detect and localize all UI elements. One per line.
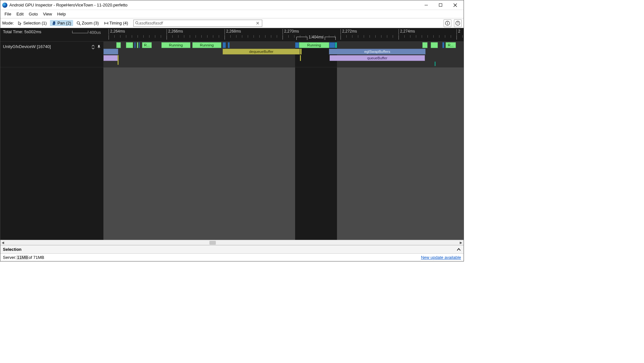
scale-indicator: 400us: [72, 30, 101, 35]
tick-label: 2,266ms: [167, 29, 183, 35]
slice-sleep[interactable]: [295, 42, 299, 48]
major-tick: [225, 35, 225, 40]
toolbar: Mode: Selection (1) Pan (2) Zoom (3) Tim…: [0, 18, 464, 28]
search-icon: [135, 21, 139, 25]
expand-panel-icon[interactable]: [457, 247, 461, 252]
major-tick: [399, 35, 399, 40]
slice-eglswapbuffers[interactable]: eglSwapBuffers: [329, 49, 426, 54]
slice-runnable[interactable]: [335, 42, 337, 48]
slice[interactable]: [103, 55, 118, 61]
minor-tick: [312, 35, 312, 38]
titlebar: Android GPU Inspector - RopeHeroViceTown…: [0, 0, 464, 10]
slice-running[interactable]: R...: [142, 42, 152, 48]
menu-view[interactable]: View: [41, 11, 54, 17]
slice[interactable]: [300, 49, 302, 54]
slice-sleep[interactable]: [134, 42, 136, 48]
pin-icon[interactable]: [97, 45, 101, 49]
track-lane[interactable]: R... Running Running Running R... dequeu…: [103, 42, 464, 67]
slice-running[interactable]: [137, 42, 138, 48]
minor-tick: [294, 35, 294, 38]
minor-tick: [190, 35, 190, 38]
tick-label: 2,268ms: [225, 29, 241, 35]
slice-sleep[interactable]: [228, 42, 230, 48]
minor-tick: [433, 35, 434, 38]
minor-tick: [271, 35, 271, 38]
menu-edit[interactable]: Edit: [14, 11, 26, 17]
timing-icon: [104, 21, 109, 25]
mode-pan-label: Pan (2): [57, 21, 71, 25]
slice-running[interactable]: [126, 42, 133, 48]
mode-label: Mode:: [2, 21, 14, 25]
statusbar: Server: 11MB of 71MB New update availabl…: [0, 253, 464, 261]
maximize-button[interactable]: [433, 1, 448, 10]
minor-tick: [346, 35, 347, 38]
slice[interactable]: [118, 55, 119, 65]
tick-label: 2,270ms: [283, 29, 299, 35]
scroll-left-icon[interactable]: ◀: [0, 240, 5, 245]
minor-tick: [207, 35, 207, 38]
ruler: Total Time: 5s002ms 400us 2,264ms 2,266m…: [0, 28, 464, 42]
horizontal-scrollbar[interactable]: ◀ ▶: [0, 240, 464, 245]
menu-file[interactable]: File: [2, 11, 14, 17]
minor-tick: [288, 35, 289, 38]
slice-running[interactable]: Running: [192, 42, 221, 48]
minor-tick: [143, 35, 144, 38]
mode-zoom[interactable]: Zoom (3): [74, 20, 101, 26]
slice-queuebuffer[interactable]: queueBuffer: [330, 55, 425, 61]
collapse-icon[interactable]: [91, 45, 95, 49]
minor-tick: [300, 35, 300, 38]
slice[interactable]: [435, 62, 436, 66]
track-name: UnityGfxDeviceW [16740]: [3, 44, 51, 49]
slice-running[interactable]: R...: [446, 42, 456, 48]
slice-sleep[interactable]: [442, 42, 444, 48]
slice-running[interactable]: Running: [299, 42, 329, 48]
timeline[interactable]: Total Time: 5s002ms 400us 2,264ms 2,266m…: [0, 28, 464, 240]
selection-panel: Selection: [0, 245, 464, 253]
minor-tick: [201, 35, 202, 38]
ruler-track[interactable]: 2,264ms 2,266ms 2,268ms 2,270ms 2,272ms …: [103, 28, 464, 41]
menu-goto[interactable]: Goto: [26, 11, 40, 17]
search-box[interactable]: ✕: [133, 20, 262, 27]
svg-point-12: [447, 22, 448, 23]
slice-dequeuebuffer[interactable]: dequeueBuffer: [223, 49, 300, 54]
minor-tick: [120, 35, 120, 38]
mode-pan[interactable]: Pan (2): [50, 20, 73, 26]
help-button[interactable]: ?: [454, 19, 462, 27]
slice-running[interactable]: [431, 42, 438, 48]
search-clear-icon[interactable]: ✕: [255, 21, 261, 26]
slice-running[interactable]: Running: [161, 42, 190, 48]
timeline-filler[interactable]: [0, 67, 464, 240]
minor-tick: [352, 35, 352, 38]
minor-tick: [155, 35, 155, 38]
minor-tick: [230, 35, 231, 38]
minimize-button[interactable]: [419, 1, 433, 10]
scrollbar-thumb[interactable]: [209, 241, 216, 245]
minor-tick: [439, 35, 439, 38]
scroll-right-icon[interactable]: ▶: [458, 240, 464, 245]
slice[interactable]: [103, 49, 118, 54]
slice-sleep[interactable]: [139, 42, 140, 48]
search-input[interactable]: [139, 21, 255, 25]
slice-running[interactable]: [422, 42, 428, 48]
mem-used: 11MB: [16, 255, 29, 260]
track-row: UnityGfxDeviceW [16740] R... Running: [0, 42, 464, 67]
tick-label: 2,272ms: [341, 29, 357, 35]
minor-tick: [445, 35, 445, 38]
slice-sleep[interactable]: [223, 42, 226, 48]
tick-label: 2,264ms: [109, 29, 125, 35]
slice[interactable]: [300, 55, 301, 61]
menu-help[interactable]: Help: [55, 11, 68, 17]
minor-tick: [138, 35, 138, 38]
scrollbar-track[interactable]: [5, 241, 458, 245]
close-button[interactable]: [448, 1, 462, 10]
mode-selection[interactable]: Selection (1): [16, 20, 49, 26]
mode-timing-label: Timing (4): [110, 21, 128, 25]
mode-timing[interactable]: Timing (4): [102, 20, 130, 26]
info-button[interactable]: [444, 19, 451, 27]
ruler-header: Total Time: 5s002ms 400us: [0, 28, 103, 41]
slice-sleep[interactable]: [329, 42, 335, 48]
minor-tick: [114, 35, 115, 38]
window-controls: [419, 1, 462, 10]
update-link[interactable]: New update available: [421, 255, 461, 260]
slice-running[interactable]: [116, 42, 121, 48]
